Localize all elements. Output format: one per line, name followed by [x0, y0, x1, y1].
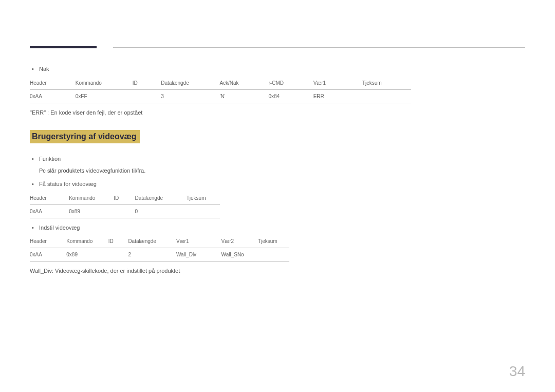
get-status-bullet: Få status for videovæg [30, 180, 525, 189]
col-header: Kommando [66, 235, 108, 248]
col-header: ID [133, 77, 161, 90]
cell: 0x89 [69, 204, 114, 218]
set-wall-table: Header Kommando ID Datalængde Vær1 Vær2 … [30, 235, 289, 262]
cell: 0xAA [30, 248, 66, 262]
cell [114, 204, 135, 218]
table-header-row: Header Kommando ID Datalængde Ack/Nak r-… [30, 77, 411, 90]
header-rule [113, 47, 525, 48]
cell: 0xAA [30, 204, 69, 218]
cell: 0 [135, 204, 187, 218]
nak-table: Header Kommando ID Datalængde Ack/Nak r-… [30, 77, 411, 103]
cell: Wall_Div [176, 248, 221, 262]
col-header: Kommando [76, 77, 133, 90]
cell [187, 204, 220, 218]
col-header: Datalængde [135, 192, 187, 205]
cell [108, 248, 128, 262]
table-row: 0xAA 0xFF 3 'N' 0x84 ERR [30, 89, 411, 103]
cell: 'N' [219, 89, 268, 103]
cell: 0xAA [30, 89, 76, 103]
col-header: Tjeksum [362, 77, 411, 90]
col-header: r-CMD [269, 77, 313, 90]
page-content: Nak Header Kommando ID Datalængde Ack/Na… [30, 61, 525, 285]
table-row: 0xAA 0x89 2 Wall_Div Wall_SNo [30, 248, 289, 262]
table-header-row: Header Kommando ID Datalængde Vær1 Vær2 … [30, 235, 289, 248]
set-wall-bullet: Indstil videovæg [30, 223, 525, 232]
page-number: 34 [509, 363, 525, 380]
cell: 3 [161, 89, 219, 103]
cell: 0xFF [76, 89, 133, 103]
col-header: ID [108, 235, 128, 248]
cell: Wall_SNo [221, 248, 258, 262]
cell [133, 89, 161, 103]
cell: 0x84 [269, 89, 313, 103]
col-header: Header [30, 235, 66, 248]
col-header: Tjeksum [258, 235, 289, 248]
col-header: Vær1 [313, 77, 362, 90]
col-header: Vær1 [176, 235, 221, 248]
table-row: 0xAA 0x89 0 [30, 204, 220, 218]
section-heading: Brugerstyring af videovæg [30, 130, 140, 143]
err-note: "ERR" : En kode viser den fejl, der er o… [30, 108, 525, 117]
col-header: Kommando [69, 192, 114, 205]
col-header: ID [114, 192, 135, 205]
nak-bullet: Nak [30, 65, 525, 73]
col-header: Ack/Nak [219, 77, 268, 90]
get-status-table: Header Kommando ID Datalængde Tjeksum 0x… [30, 192, 220, 218]
table-header-row: Header Kommando ID Datalængde Tjeksum [30, 192, 220, 205]
funktion-sub: Pc slår produktets videovægfunktion til/… [30, 166, 525, 175]
page-container: Nak Header Kommando ID Datalængde Ack/Na… [0, 0, 555, 392]
col-header: Vær2 [221, 235, 258, 248]
header-accent-bar [30, 46, 97, 48]
wall-div-note: Wall_Div: Videovæg-skillekode, der er in… [30, 267, 525, 275]
cell: ERR [313, 89, 362, 103]
cell [258, 248, 289, 262]
cell: 2 [128, 248, 176, 262]
col-header: Datalængde [128, 235, 176, 248]
col-header: Header [30, 77, 76, 90]
col-header: Datalængde [161, 77, 219, 90]
col-header: Header [30, 192, 69, 205]
cell [362, 89, 411, 103]
col-header: Tjeksum [187, 192, 220, 205]
funktion-bullet: Funktion [30, 155, 525, 163]
cell: 0x89 [66, 248, 108, 262]
